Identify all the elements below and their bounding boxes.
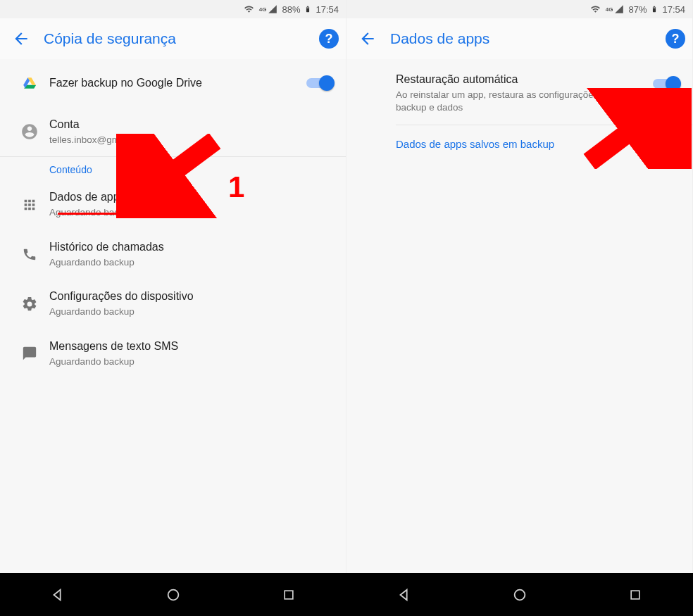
row-call-history[interactable]: Histórico de chamadas Aguardando backup [0,230,346,279]
nav-home-button[interactable] [145,587,201,603]
app-bar: Dados de apps ? [346,18,692,59]
wifi-icon [243,4,255,14]
nav-recents-button[interactable] [261,588,317,602]
row-title: Configurações do dispositivo [49,289,333,304]
message-icon [10,346,49,361]
row-title: Conta [49,117,333,132]
toggle-backup-drive[interactable] [305,75,333,91]
nav-bars [0,573,693,616]
battery-icon [651,4,658,15]
status-bar: 4G 88% 17:54 [0,0,346,18]
settings-list: Fazer backup no Google Drive Conta telle… [0,59,346,378]
svg-rect-5 [285,591,293,599]
svg-point-4 [168,589,179,600]
screen-app-data: 4G 87% 17:54 Dados de apps ? Restauração… [346,0,693,573]
help-button[interactable]: ? [666,29,685,49]
section-header: Conteúdo [0,157,346,180]
account-icon [10,122,49,141]
link-saved-app-data[interactable]: Dados de apps salvos em backup [346,125,692,163]
row-subtitle: Aguardando backup [49,306,333,319]
battery-icon [304,4,311,15]
svg-point-6 [515,589,525,600]
row-title: Restauração automática [396,72,646,87]
row-app-data[interactable]: Dados de apps Aguardando backup [0,180,346,229]
svg-rect-2 [654,8,656,8]
apps-icon [10,197,49,213]
cell-signal-icon: 4G [259,4,278,14]
row-title: Dados de apps [49,189,333,205]
nav-recents-button[interactable] [607,588,663,602]
settings-list: Restauração automática Ao reinstalar um … [346,59,692,163]
app-bar: Cópia de segurança ? [0,18,346,59]
annotation-underline [58,213,141,215]
annotation-number: 2 [656,141,673,175]
annotation-number: 1 [228,170,244,204]
battery-level: 87% [628,4,647,15]
nav-back-button[interactable] [30,587,86,603]
row-title: Mensagens de texto SMS [49,339,333,354]
row-subtitle: Aguardando backup [49,256,333,270]
row-subtitle: Ao reinstalar um app, restaura as config… [396,89,621,115]
row-sms[interactable]: Mensagens de texto SMS Aguardando backup [0,329,346,378]
help-button[interactable]: ? [319,29,339,49]
row-title: Histórico de chamadas [49,239,333,255]
row-subtitle: Aguardando backup [49,356,333,369]
row-backup-drive[interactable]: Fazer backup no Google Drive [0,59,346,107]
android-nav-bar [0,573,346,616]
back-button[interactable] [354,25,382,53]
row-account[interactable]: Conta telles.inbox@gmail.com [0,107,346,156]
gear-icon [10,296,49,313]
cell-signal-icon: 4G [606,4,625,14]
phone-icon [10,246,49,262]
clock: 17:54 [316,4,339,15]
toggle-auto-restore[interactable] [651,76,680,92]
row-subtitle: telles.inbox@gmail.com [49,134,333,147]
screen-backup: 4G 88% 17:54 Cópia de segurança ? Fa [0,0,346,573]
row-device-settings[interactable]: Configurações do dispositivo Aguardando … [0,279,346,328]
back-button[interactable] [7,25,35,53]
drive-icon [10,75,49,91]
page-title: Cópia de segurança [35,30,319,47]
svg-rect-0 [307,8,309,8]
status-bar: 4G 87% 17:54 [346,0,692,18]
nav-home-button[interactable] [492,587,548,603]
wifi-icon [589,4,601,14]
clock: 17:54 [662,4,685,15]
row-auto-restore[interactable]: Restauração automática Ao reinstalar um … [346,59,692,125]
page-title: Dados de apps [382,30,666,47]
row-title: Fazer backup no Google Drive [49,75,299,91]
battery-level: 88% [282,4,300,15]
svg-rect-7 [631,591,639,599]
nav-back-button[interactable] [376,587,432,603]
android-nav-bar [346,573,693,616]
